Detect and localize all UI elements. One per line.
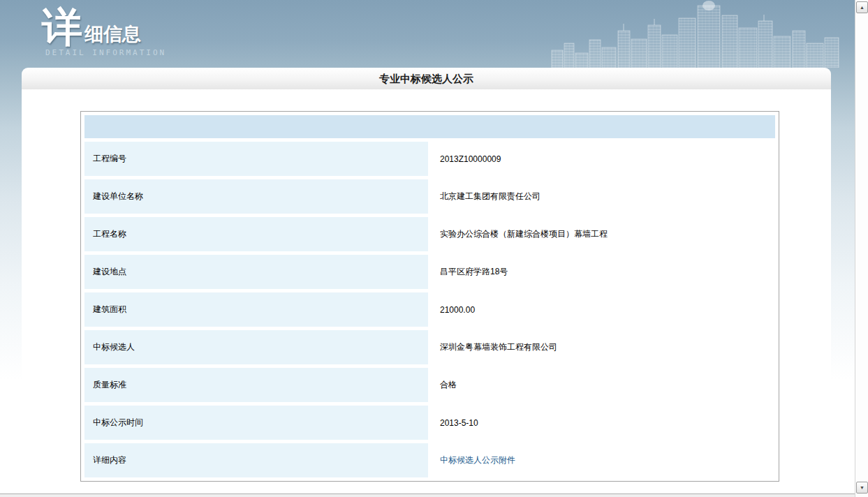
row-label: 中标候选人 [84, 330, 428, 364]
row-label: 工程名称 [84, 217, 428, 251]
row-label: 详细内容 [84, 443, 428, 477]
arrow-up-icon: ▲ [860, 5, 865, 10]
row-value: 深圳金粤幕墙装饰工程有限公司 [432, 330, 775, 364]
row-value: 实验办公综合楼（新建综合楼项目）幕墙工程 [432, 217, 775, 251]
row-value: 合格 [432, 368, 775, 402]
table-row: 建设单位名称北京建工集团有限责任公司 [84, 179, 775, 214]
table-header-band [84, 115, 775, 138]
detail-table-body: 工程编号2013Z10000009建设单位名称北京建工集团有限责任公司工程名称实… [84, 115, 775, 477]
table-row: 工程编号2013Z10000009 [84, 142, 775, 176]
attachment-link[interactable]: 中标候选人公示附件 [440, 455, 515, 465]
row-value: 中标候选人公示附件 [432, 443, 775, 477]
row-label: 中标公示时间 [84, 406, 428, 440]
logo-large-char: 详 [42, 8, 82, 46]
city-skyline-graphic [550, 0, 851, 68]
row-label: 建筑面积 [84, 292, 428, 327]
detail-table: 工程编号2013Z10000009建设单位名称北京建工集团有限责任公司工程名称实… [80, 111, 779, 482]
table-row: 建筑面积21000.00 [84, 292, 775, 327]
table-header-row [84, 115, 775, 138]
content-box: 专业中标候选人公示 工程编号2013Z10000009建设单位名称北京建工集团有… [22, 68, 831, 493]
banner-subtitle: DETAIL INFORMATION [45, 48, 166, 57]
detail-panel: 工程编号2013Z10000009建设单位名称北京建工集团有限责任公司工程名称实… [22, 89, 831, 493]
row-value: 2013Z10000009 [432, 142, 775, 176]
scroll-up-button[interactable]: ▲ [856, 1, 868, 13]
table-row: 工程名称实验办公综合楼（新建综合楼项目）幕墙工程 [84, 217, 775, 251]
table-row: 建设地点昌平区府学路18号 [84, 255, 775, 289]
table-row: 中标公示时间2013-5-10 [84, 406, 775, 440]
logo-small-chars: 细信息 [84, 25, 141, 44]
arrow-down-icon: ▼ [860, 485, 865, 490]
scrollbar[interactable]: ▲ ▼ [855, 0, 868, 497]
row-value: 21000.00 [432, 292, 775, 327]
row-label: 建设单位名称 [84, 179, 428, 214]
table-row: 详细内容中标候选人公示附件 [84, 443, 775, 477]
page: { "page": { "title": "专业中标候选人公示" }, "ban… [0, 0, 868, 497]
table-row: 中标候选人深圳金粤幕墙装饰工程有限公司 [84, 330, 775, 364]
row-value: 北京建工集团有限责任公司 [432, 179, 775, 214]
row-value: 2013-5-10 [432, 406, 775, 440]
banner-logo: 详 细信息 DETAIL INFORMATION [42, 8, 166, 57]
row-label: 建设地点 [84, 255, 428, 289]
row-label: 质量标准 [84, 368, 428, 402]
row-value: 昌平区府学路18号 [432, 255, 775, 289]
page-title-bar: 专业中标候选人公示 [22, 68, 831, 89]
footer-divider [0, 494, 855, 497]
row-label: 工程编号 [84, 142, 428, 176]
table-row: 质量标准合格 [84, 368, 775, 402]
scroll-down-button[interactable]: ▼ [856, 482, 868, 494]
page-title: 专业中标候选人公示 [22, 68, 831, 89]
